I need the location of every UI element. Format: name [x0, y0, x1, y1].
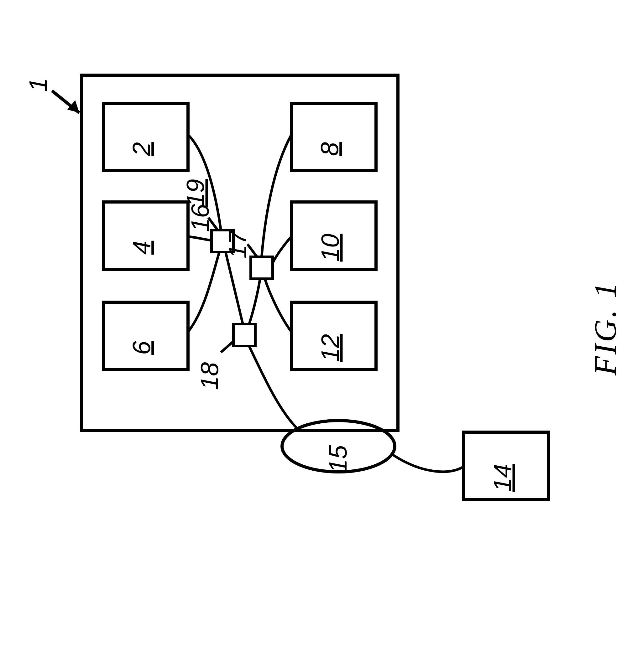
edge-12-17: [265, 279, 292, 332]
edge-15-14: [392, 454, 464, 472]
label-6: 6: [127, 341, 156, 355]
box-4: [103, 202, 188, 269]
label-14: 14: [488, 464, 517, 492]
tick-18: [221, 341, 233, 352]
label-18: 18: [195, 362, 224, 390]
edge-10-17: [273, 236, 292, 263]
diagram-canvas: [0, 0, 627, 672]
box-2: [103, 103, 188, 171]
edge-16-18: [226, 252, 243, 324]
label-4: 4: [127, 241, 156, 255]
label-15: 15: [324, 445, 352, 473]
node-18: [233, 324, 255, 346]
label-10: 10: [316, 234, 345, 262]
label-8: 8: [315, 142, 344, 156]
edge-6-16: [188, 252, 219, 332]
figure-caption: FIG. 1: [587, 281, 623, 376]
box-8: [292, 103, 376, 171]
node-17: [251, 257, 273, 279]
label-1: 1: [24, 78, 53, 92]
label-19: 19: [181, 179, 210, 207]
label-12: 12: [316, 334, 345, 362]
edge-17-18: [249, 279, 260, 324]
box-6: [103, 302, 188, 369]
label-17: 17: [224, 231, 252, 259]
edge-4-16: [188, 236, 211, 240]
label-16: 16: [186, 204, 215, 232]
edge-8-17: [262, 135, 292, 257]
label-2: 2: [127, 142, 156, 156]
